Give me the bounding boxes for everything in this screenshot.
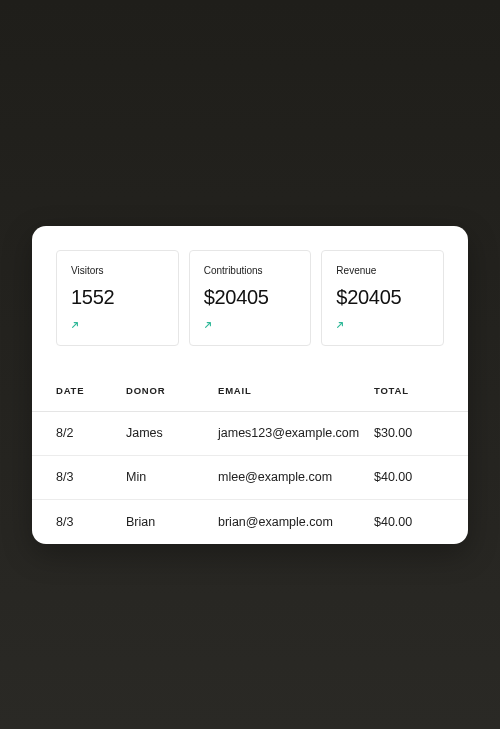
col-header-total: TOTAL: [374, 385, 444, 396]
cell-donor: Min: [126, 470, 218, 484]
stat-contributions: Contributions $20405: [189, 250, 312, 346]
cell-total: $30.00: [374, 426, 444, 440]
stat-value: $20405: [336, 286, 429, 309]
table-row: 8/3 Min mlee@example.com $40.00: [32, 456, 468, 500]
stat-revenue: Revenue $20405: [321, 250, 444, 346]
stat-label: Contributions: [204, 265, 297, 276]
cell-date: 8/3: [56, 515, 126, 529]
stat-value: $20405: [204, 286, 297, 309]
trend-up-icon: [204, 321, 212, 329]
cell-email: james123@example.com: [218, 426, 374, 440]
donations-table: DATE DONOR EMAIL TOTAL 8/2 James james12…: [32, 370, 468, 544]
cell-donor: Brian: [126, 515, 218, 529]
trend-up-icon: [71, 321, 79, 329]
trend-up-icon: [336, 321, 344, 329]
cell-date: 8/3: [56, 470, 126, 484]
cell-donor: James: [126, 426, 218, 440]
stats-row: Visitors 1552 Contributions $20405 Reven…: [32, 250, 468, 370]
cell-email: brian@example.com: [218, 515, 374, 529]
table-row: 8/2 James james123@example.com $30.00: [32, 412, 468, 456]
cell-total: $40.00: [374, 470, 444, 484]
stat-label: Visitors: [71, 265, 164, 276]
col-header-donor: DONOR: [126, 385, 218, 396]
table-header-row: DATE DONOR EMAIL TOTAL: [32, 370, 468, 412]
cell-date: 8/2: [56, 426, 126, 440]
table-row: 8/3 Brian brian@example.com $40.00: [32, 500, 468, 544]
stat-value: 1552: [71, 286, 164, 309]
stat-label: Revenue: [336, 265, 429, 276]
cell-total: $40.00: [374, 515, 444, 529]
col-header-email: EMAIL: [218, 385, 374, 396]
stat-visitors: Visitors 1552: [56, 250, 179, 346]
dashboard-card: Visitors 1552 Contributions $20405 Reven…: [32, 226, 468, 544]
col-header-date: DATE: [56, 385, 126, 396]
cell-email: mlee@example.com: [218, 470, 374, 484]
